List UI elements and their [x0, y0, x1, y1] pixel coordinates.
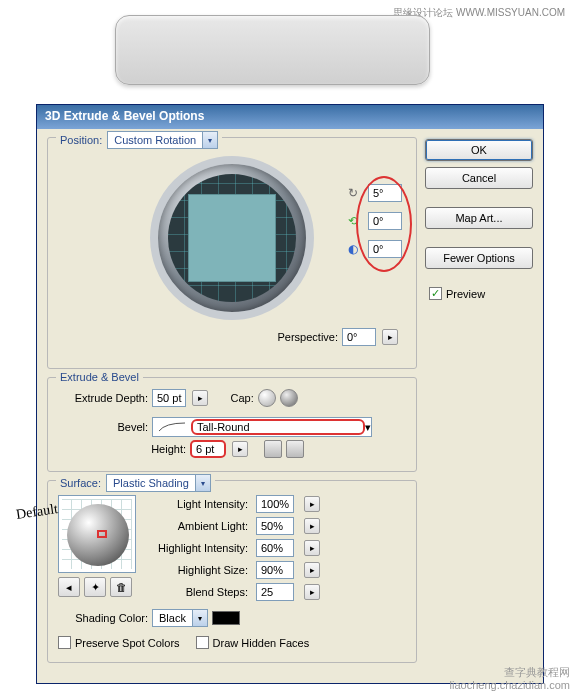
move-light-back-button[interactable]: ◂ — [58, 577, 80, 597]
dialog-3d-extrude-bevel: 3D Extrude & Bevel Options Position: Cus… — [36, 104, 544, 684]
delete-light-button[interactable]: 🗑 — [110, 577, 132, 597]
height-label: Height: — [58, 443, 186, 455]
demo-button-artwork — [115, 15, 430, 85]
chevron-down-icon: ▾ — [192, 610, 207, 626]
rotate-y-icon: ⟲ — [344, 214, 362, 228]
light-sphere-preview[interactable] — [58, 495, 136, 573]
perspective-input[interactable]: 0° — [342, 328, 376, 346]
bevel-in-icon[interactable] — [264, 440, 282, 458]
new-light-button[interactable]: ✦ — [84, 577, 106, 597]
rotate-y-input[interactable]: 0° — [368, 212, 402, 230]
height-input[interactable]: 6 pt — [190, 440, 226, 458]
blend-steps-input[interactable]: 25 — [256, 583, 294, 601]
chevron-down-icon: ▾ — [195, 475, 210, 491]
ambient-label: Ambient Light: — [148, 520, 248, 532]
watermark-bottom: 查字典教程网 liaocheng.chazidian.com — [450, 666, 570, 692]
surface-legend: Surface: Plastic Shading▾ — [56, 474, 215, 492]
cap-off-icon[interactable] — [280, 389, 298, 407]
preview-checkbox[interactable]: ✓ — [429, 287, 442, 300]
chevron-down-icon: ▾ — [365, 421, 371, 434]
highlight-size-stepper[interactable]: ▸ — [304, 562, 320, 578]
blend-steps-label: Blend Steps: — [148, 586, 248, 598]
cancel-button[interactable]: Cancel — [425, 167, 533, 189]
extrude-depth-label: Extrude Depth: — [58, 392, 148, 404]
shading-color-swatch[interactable] — [212, 611, 240, 625]
extrude-bevel-group: Extrude & Bevel Extrude Depth: 50 pt ▸ C… — [47, 377, 417, 472]
position-group: Position: Custom Rotation▾ ↻ — [47, 137, 417, 369]
ambient-stepper[interactable]: ▸ — [304, 518, 320, 534]
height-stepper[interactable]: ▸ — [232, 441, 248, 457]
dialog-titlebar: 3D Extrude & Bevel Options — [37, 105, 543, 129]
draw-hidden-checkbox[interactable]: Draw Hidden Faces — [196, 636, 310, 649]
light-intensity-label: Light Intensity: — [148, 498, 248, 510]
chevron-down-icon: ▾ — [202, 132, 217, 148]
fewer-options-button[interactable]: Fewer Options — [425, 247, 533, 269]
preview-label: Preview — [446, 288, 485, 300]
highlight-size-label: Highlight Size: — [148, 564, 248, 576]
ambient-input[interactable]: 50% — [256, 517, 294, 535]
ok-button[interactable]: OK — [425, 139, 533, 161]
rotate-z-input[interactable]: 0° — [368, 240, 402, 258]
extrude-depth-stepper[interactable]: ▸ — [192, 390, 208, 406]
rotation-preview[interactable] — [132, 152, 332, 324]
light-intensity-stepper[interactable]: ▸ — [304, 496, 320, 512]
highlight-size-input[interactable]: 90% — [256, 561, 294, 579]
rotation-preset-select[interactable]: Custom Rotation▾ — [107, 131, 218, 149]
surface-select[interactable]: Plastic Shading▾ — [106, 474, 211, 492]
light-intensity-input[interactable]: 100% — [256, 495, 294, 513]
bevel-out-icon[interactable] — [286, 440, 304, 458]
highlight-intensity-label: Highlight Intensity: — [148, 542, 248, 554]
cap-label: Cap: — [230, 392, 253, 404]
shading-color-label: Shading Color: — [58, 612, 148, 624]
highlight-intensity-stepper[interactable]: ▸ — [304, 540, 320, 556]
shading-color-select[interactable]: Black▾ — [152, 609, 208, 627]
perspective-label: Perspective: — [277, 331, 338, 343]
rotate-x-icon: ↻ — [344, 186, 362, 200]
light-marker[interactable] — [97, 530, 107, 538]
position-legend: Position: Custom Rotation▾ — [56, 131, 222, 149]
preserve-spot-checkbox[interactable]: Preserve Spot Colors — [58, 636, 180, 649]
rotate-z-icon: ◐ — [344, 242, 362, 256]
blend-steps-stepper[interactable]: ▸ — [304, 584, 320, 600]
extrude-legend: Extrude & Bevel — [56, 371, 143, 383]
cap-on-icon[interactable] — [258, 389, 276, 407]
bevel-select[interactable]: Tall-Round ▾ — [152, 417, 372, 437]
extrude-depth-input[interactable]: 50 pt — [152, 389, 186, 407]
highlight-intensity-input[interactable]: 60% — [256, 539, 294, 557]
perspective-stepper[interactable]: ▸ — [382, 329, 398, 345]
bevel-shape-icon — [153, 421, 191, 433]
bevel-label: Bevel: — [58, 421, 148, 433]
rotate-x-input[interactable]: 5° — [368, 184, 402, 202]
map-art-button[interactable]: Map Art... — [425, 207, 533, 229]
surface-group: Surface: Plastic Shading▾ ◂ — [47, 480, 417, 663]
